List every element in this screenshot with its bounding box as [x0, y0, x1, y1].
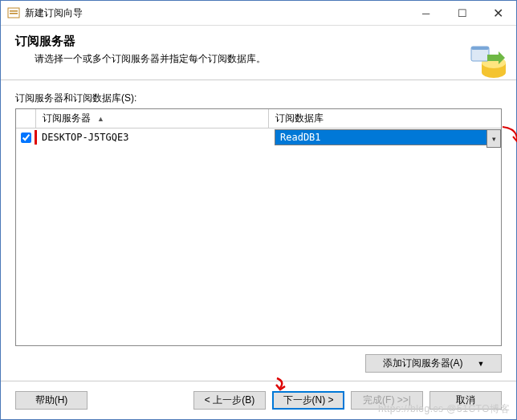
window-title: 新建订阅向导 — [25, 6, 408, 20]
database-cell: ReadDB1 ▾ — [275, 129, 501, 145]
annotation-arrow-2 — [501, 125, 517, 149]
database-dropdown[interactable]: ReadDB1 ▾ — [275, 129, 501, 145]
app-icon — [7, 6, 20, 19]
add-server-row: 添加订阅服务器(A) ▼ — [15, 354, 502, 373]
grid-header: 订阅服务器 ▲ 订阅数据库 — [16, 109, 501, 128]
column-database[interactable]: 订阅数据库 — [269, 109, 501, 128]
page-title: 订阅服务器 — [15, 34, 502, 49]
server-name-cell[interactable]: DESKTOP-J5TGQE3 — [35, 132, 275, 143]
titlebar: 新建订阅向导 ─ ☐ ✕ — [1, 1, 516, 26]
grid-label: 订阅服务器和订阅数据库(S): — [15, 92, 502, 105]
page-description: 请选择一个或多个订阅服务器并指定每个订阅数据库。 — [35, 52, 502, 66]
help-button[interactable]: 帮助(H) — [15, 391, 88, 410]
add-server-label: 添加订阅服务器(A) — [383, 357, 463, 370]
back-button[interactable]: < 上一步(B) — [193, 391, 266, 410]
next-button[interactable]: 下一步(N) > — [272, 391, 344, 410]
finish-button: 完成(F) >>| — [351, 391, 423, 410]
close-button[interactable]: ✕ — [480, 2, 516, 25]
subscriber-grid: 订阅服务器 ▲ 订阅数据库 DESKTOP-J5TGQE3 ReadDB1 ▾ — [15, 108, 502, 346]
sort-ascending-icon: ▲ — [97, 115, 104, 123]
row-checkbox[interactable] — [21, 133, 31, 143]
wizard-window: 新建订阅向导 ─ ☐ ✕ 订阅服务器 请选择一个或多个订阅服务器并指定每个订阅数… — [0, 0, 517, 420]
subscription-icon — [470, 42, 508, 83]
column-database-label: 订阅数据库 — [275, 112, 324, 125]
minimize-button[interactable]: ─ — [408, 2, 444, 25]
add-server-button[interactable]: 添加订阅服务器(A) ▼ — [365, 354, 502, 373]
wizard-header: 订阅服务器 请选择一个或多个订阅服务器并指定每个订阅数据库。 — [1, 26, 516, 80]
maximize-button[interactable]: ☐ — [444, 2, 480, 25]
chevron-down-icon: ▼ — [478, 360, 485, 368]
cancel-button[interactable]: 取消 — [429, 391, 502, 410]
wizard-footer: 帮助(H) < 上一步(B) 下一步(N) > 完成(F) >>| 取消 — [1, 381, 516, 419]
database-selected-value: ReadDB1 — [275, 129, 486, 145]
grid-empty-area — [16, 146, 501, 345]
row-checkbox-cell — [16, 133, 35, 143]
table-row: DESKTOP-J5TGQE3 ReadDB1 ▾ — [16, 128, 501, 146]
svg-rect-1 — [10, 10, 18, 12]
column-server[interactable]: 订阅服务器 ▲ — [36, 109, 269, 128]
chevron-down-icon[interactable]: ▾ — [486, 129, 501, 148]
header-checkbox-col — [16, 109, 36, 128]
svg-rect-7 — [471, 47, 489, 50]
svg-rect-2 — [10, 13, 18, 14]
column-server-label: 订阅服务器 — [43, 112, 91, 125]
wizard-body: 订阅服务器和订阅数据库(S): 订阅服务器 ▲ 订阅数据库 DESKTOP-J5… — [1, 80, 516, 381]
